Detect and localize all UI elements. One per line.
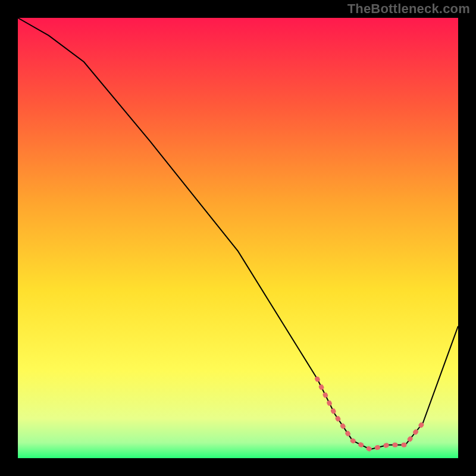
watermark-text: TheBottleneck.com <box>347 1 470 17</box>
plot-background <box>18 18 458 458</box>
chart-stage: { "watermark": "TheBottleneck.com", "cha… <box>0 0 476 476</box>
bottleneck-chart <box>0 0 476 476</box>
